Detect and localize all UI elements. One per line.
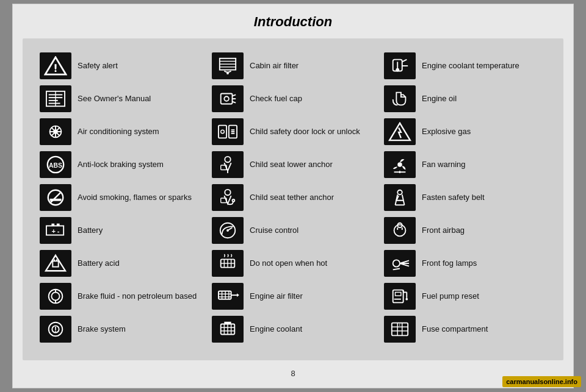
item-air-conditioning: Air conditioning system [35, 115, 207, 148]
icon-see-owners-manual [40, 85, 71, 112]
column-2: Cabin air filter Check fuel cap Child sa… [207, 49, 379, 346]
item-child-safety-door: Child safety door lock or unlock [207, 115, 379, 148]
icon-fasten-safety-belt [384, 184, 416, 211]
item-engine-air-filter: Engine air filter [207, 280, 379, 313]
label-brake-system: Brake system [78, 324, 126, 335]
svg-point-94 [393, 260, 400, 266]
icon-engine-air-filter [212, 283, 244, 310]
icon-grid: ! Safety alert See Owner's Manual Air co… [35, 49, 551, 346]
label-engine-coolant-temp: Engine coolant temperature [422, 61, 519, 71]
icon-engine-coolant [212, 316, 244, 343]
label-explosive-gas: Explosive gas [422, 127, 471, 137]
svg-point-56 [225, 190, 230, 195]
svg-point-92 [394, 225, 406, 237]
item-anti-lock-braking: ABS Anti-lock braking system [35, 148, 207, 181]
label-avoid-smoking: Avoid smoking, flames or sparks [78, 193, 192, 203]
svg-rect-22 [51, 224, 54, 226]
icon-safety-alert: ! [40, 52, 71, 79]
label-check-fuel-cap: Check fuel cap [250, 94, 302, 104]
icon-explosive-gas [384, 118, 416, 145]
icon-child-seat-tether [212, 184, 244, 211]
icon-engine-oil [384, 85, 416, 112]
svg-text:!: ! [54, 326, 57, 334]
svg-rect-20 [50, 199, 62, 201]
svg-point-43 [224, 96, 229, 101]
item-brake-fluid: Brake fluid - non petroleum based [35, 280, 207, 313]
label-front-airbag: Front airbag [422, 226, 465, 236]
icon-front-airbag [384, 217, 416, 244]
icon-cruise-control [212, 217, 244, 244]
label-cruise-control: Cruise control [250, 226, 298, 236]
page-title: Introduction [23, 14, 563, 30]
label-fuel-pump-reset: Fuel pump reset [422, 291, 479, 302]
label-cabin-air-filter: Cabin air filter [250, 61, 298, 71]
label-engine-coolant: Engine coolant [250, 324, 302, 335]
item-front-fog-lamps: Front fog lamps [379, 247, 551, 280]
label-safety-alert: Safety alert [78, 61, 118, 71]
svg-point-15 [53, 129, 58, 134]
item-check-fuel-cap: Check fuel cap [207, 82, 379, 115]
label-anti-lock-braking: Anti-lock braking system [78, 160, 164, 170]
label-child-seat-lower: Child seat lower anchor [250, 160, 333, 170]
label-front-fog-lamps: Front fog lamps [422, 258, 477, 269]
page-number: 8 [23, 369, 563, 378]
svg-point-53 [225, 157, 230, 162]
item-avoid-smoking: Avoid smoking, flames or sparks [35, 181, 207, 214]
svg-line-85 [402, 60, 407, 62]
svg-text:F: F [399, 324, 401, 327]
icon-avoid-smoking [40, 184, 71, 211]
item-brake-system: ! Brake system [35, 313, 207, 346]
label-do-not-open-hot: Do not open when hot [250, 258, 327, 269]
label-air-conditioning: Air conditioning system [78, 127, 159, 137]
item-fuel-pump-reset: Fuel pump reset [379, 280, 551, 313]
item-fan-warning: Fan warning [379, 148, 551, 181]
svg-text:ABS: ABS [49, 162, 62, 169]
item-child-seat-lower: Child seat lower anchor [207, 148, 379, 181]
item-battery: + - Battery [35, 214, 207, 247]
svg-rect-81 [224, 322, 231, 324]
svg-point-58 [233, 199, 235, 202]
svg-text:+: + [51, 227, 56, 235]
icon-check-fuel-cap [212, 85, 244, 112]
icon-child-seat-lower [212, 151, 244, 178]
item-fuse-compartment: F Fuse compartment [379, 313, 551, 346]
label-fasten-safety-belt: Fasten safety belt [422, 193, 485, 203]
item-explosive-gas: Explosive gas [379, 115, 551, 148]
icon-child-safety-door [212, 118, 244, 145]
svg-text:-: - [57, 227, 60, 235]
label-fuse-compartment: Fuse compartment [422, 324, 488, 335]
label-fan-warning: Fan warning [422, 160, 466, 170]
content-box: ! Safety alert See Owner's Manual Air co… [23, 38, 563, 360]
icon-brake-system: ! [40, 316, 71, 343]
svg-marker-26 [46, 255, 65, 271]
item-see-owners-manual: See Owner's Manual [35, 82, 207, 115]
label-battery-acid: Battery acid [78, 258, 120, 269]
svg-point-61 [226, 229, 229, 232]
item-engine-coolant-temp: Engine coolant temperature [379, 49, 551, 82]
svg-point-48 [221, 130, 225, 134]
svg-point-31 [51, 292, 59, 300]
column-1: ! Safety alert See Owner's Manual Air co… [35, 49, 207, 346]
svg-rect-42 [221, 94, 233, 104]
label-engine-air-filter: Engine air filter [250, 291, 303, 302]
icon-battery-acid [40, 250, 71, 277]
svg-point-88 [397, 162, 402, 167]
svg-line-19 [50, 192, 62, 204]
icon-brake-fluid [40, 283, 71, 310]
svg-point-103 [405, 298, 408, 301]
svg-rect-27 [52, 261, 58, 266]
icon-fan-warning [384, 151, 416, 178]
item-do-not-open-hot: Do not open when hot [207, 247, 379, 280]
icon-fuse-compartment: F [384, 316, 416, 343]
icon-fuel-pump-reset [384, 283, 416, 310]
svg-rect-47 [219, 126, 226, 138]
icon-battery: + - [40, 217, 71, 244]
label-child-safety-door: Child safety door lock or unlock [250, 127, 360, 137]
svg-point-41 [226, 72, 229, 74]
item-child-seat-tether: Child seat tether anchor [207, 181, 379, 214]
svg-point-3 [55, 70, 57, 72]
icon-front-fog-lamps [384, 250, 416, 277]
svg-line-98 [393, 268, 400, 269]
label-child-seat-tether: Child seat tether anchor [250, 193, 334, 203]
icon-air-conditioning [40, 118, 71, 145]
